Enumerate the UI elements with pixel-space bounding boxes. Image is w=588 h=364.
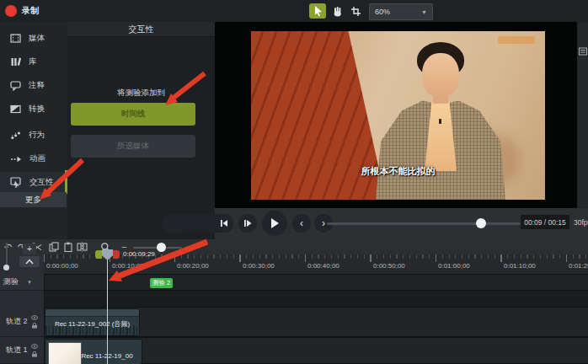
- selection-out-handle[interactable]: [113, 250, 120, 259]
- ruler-tick-label: 0:01:00;00: [438, 262, 470, 270]
- eye-icon[interactable]: [31, 344, 38, 349]
- sidebar-item-behaviors[interactable]: 行为: [0, 125, 67, 145]
- quiz-marker-label: 测验 2: [152, 279, 170, 287]
- media-icon: [10, 33, 21, 44]
- step-back-frame-button[interactable]: [215, 214, 233, 233]
- quiz-track-row[interactable]: 测验 2: [44, 274, 588, 291]
- sidebar-item-transitions[interactable]: 转换: [0, 99, 67, 119]
- audio-clip[interactable]: Rec 11-22-19_002 (音频): [45, 308, 140, 336]
- chevron-up-icon: [25, 259, 34, 265]
- step-forward-icon: [243, 219, 252, 228]
- behaviors-icon: [10, 130, 21, 141]
- play-icon: [270, 217, 280, 229]
- add-quiz-prompt: 将测验添加到: [67, 88, 215, 99]
- paste-button[interactable]: [61, 241, 74, 253]
- ruler-tick-label: 0:00:40;00: [307, 262, 339, 270]
- video-frame[interactable]: 所根本不能比拟的: [251, 31, 545, 200]
- add-quiz-to-timeline-button[interactable]: 时间线: [71, 103, 195, 126]
- split-icon: [77, 242, 88, 252]
- select-tool-button[interactable]: [309, 3, 326, 19]
- record-button[interactable]: 录制: [5, 3, 39, 19]
- library-icon: [10, 56, 21, 67]
- sidebar-more-button[interactable]: 更多: [0, 192, 67, 207]
- zoom-in-button[interactable]: +: [187, 241, 200, 253]
- transition-icon: [10, 104, 21, 115]
- step-forward-frame-button[interactable]: [238, 214, 257, 233]
- ruler-tick-label: 0:01:20;00: [569, 262, 588, 270]
- quiz-track-header[interactable]: 测验 ▼: [0, 274, 44, 291]
- lock-icon[interactable]: [31, 351, 38, 357]
- ruler-tick-label: 0:00:10;00: [112, 262, 144, 270]
- sidebar-item-label: 转换: [29, 104, 45, 115]
- zoom-value: 60%: [375, 8, 390, 16]
- track-height-slider-track[interactable]: [6, 243, 8, 265]
- paste-icon: [63, 242, 73, 252]
- quiz-track-label: 测验: [3, 276, 19, 287]
- copy-button[interactable]: [47, 241, 60, 253]
- cursor-arrow-icon: [313, 5, 323, 17]
- video-speaker-face: [422, 53, 459, 97]
- track-2-header[interactable]: 轨道 2: [0, 307, 44, 337]
- sidebar-item-label: 媒体: [29, 33, 45, 44]
- panel-title: 交互性: [67, 22, 215, 37]
- sidebar-item-library[interactable]: 库: [0, 51, 67, 72]
- video-clip[interactable]: Rec 11-22-19_00: [45, 339, 142, 364]
- sidebar-item-label: 注释: [29, 80, 45, 91]
- ruler-tick-label: 0:00:30;00: [243, 262, 275, 270]
- time-display: 00:09 / 00:15: [521, 215, 569, 229]
- undo-button[interactable]: ↶: [2, 241, 14, 253]
- quiz-marker[interactable]: 测验 2: [150, 278, 173, 288]
- chevron-right-icon: ›: [322, 218, 325, 228]
- lock-icon[interactable]: [31, 323, 38, 329]
- camtasia-window: 录制 60% ▼: [0, 0, 588, 364]
- canvas-zoom-select[interactable]: 60% ▼: [369, 3, 433, 20]
- chevron-down-icon: ▼: [27, 280, 32, 285]
- timeline-corner: +: [0, 254, 44, 274]
- playback-controls: ‹ › 00:09 / 00:15 30fps: [215, 208, 588, 239]
- properties-panel-icon[interactable]: [579, 47, 587, 56]
- plus-icon: +: [190, 242, 195, 252]
- sidebar-item-label: 库: [29, 56, 37, 67]
- hand-icon: [332, 6, 343, 17]
- split-button[interactable]: [76, 241, 88, 253]
- animation-arrow-icon: [10, 153, 22, 164]
- header-bar: 录制 60% ▼: [0, 0, 588, 24]
- track-1-header[interactable]: 轨道 1: [0, 337, 44, 364]
- crop-tool-button[interactable]: [347, 3, 364, 19]
- record-label: 录制: [22, 5, 39, 17]
- play-button[interactable]: [262, 211, 287, 236]
- sidebar-item-animations[interactable]: 动画: [0, 148, 67, 169]
- video-watermark: [498, 36, 535, 44]
- add-track-button[interactable]: +: [23, 244, 36, 254]
- fps-display: 30fps: [574, 218, 588, 227]
- track-2-row[interactable]: Rec 11-22-19_002 (音频): [44, 307, 588, 337]
- ruler-tick-label: 0:00:50;00: [373, 262, 405, 270]
- interactivity-icon: [10, 177, 22, 188]
- scrubber-knob[interactable]: [476, 218, 486, 228]
- track-height-slider-knob[interactable]: [3, 265, 9, 270]
- sidebar-item-label: 交互性: [29, 177, 54, 188]
- add-quiz-to-selected-media-button[interactable]: 所选媒体: [71, 135, 195, 158]
- video-subtitle: 所根本不能比拟的: [251, 165, 545, 178]
- prev-marker-button[interactable]: ‹: [292, 214, 311, 233]
- more-label: 更多: [25, 195, 41, 206]
- timeline-zoom-slider-knob[interactable]: [157, 243, 166, 252]
- track-name: 轨道 2: [6, 316, 28, 327]
- ruler-tick-label: 0:01:10;00: [504, 262, 536, 270]
- sidebar-item-interactivity[interactable]: 交互性: [0, 172, 67, 192]
- right-panel-strip: [577, 22, 588, 208]
- selection-in-handle[interactable]: [95, 250, 102, 259]
- track-1-row[interactable]: Rec 11-22-19_00: [44, 337, 588, 364]
- collapse-tracks-button[interactable]: [19, 256, 40, 267]
- sidebar-item-media[interactable]: 媒体: [0, 28, 67, 48]
- chevron-left-icon: ‹: [300, 218, 303, 228]
- tools-sidebar: 媒体 库 注释 转换: [0, 22, 68, 239]
- scrubber-track[interactable]: [327, 222, 521, 225]
- clip-header-strip: [45, 309, 139, 317]
- video-lapel-mic: [439, 119, 441, 124]
- eye-icon[interactable]: [31, 315, 38, 320]
- ruler-tick-label: 0:00:20;00: [177, 262, 209, 270]
- playhead-line[interactable]: [107, 253, 108, 364]
- sidebar-item-annotations[interactable]: 注释: [0, 75, 67, 95]
- pan-tool-button[interactable]: [329, 3, 345, 19]
